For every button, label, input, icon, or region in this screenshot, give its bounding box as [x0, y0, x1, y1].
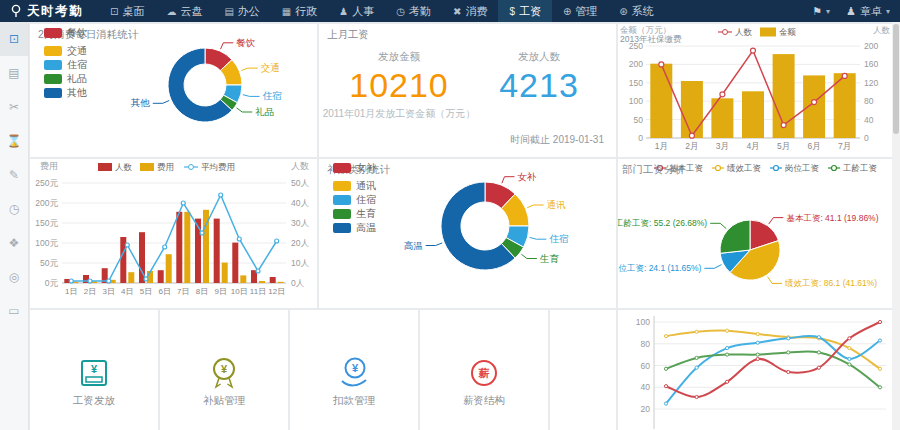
user-menu-button[interactable]: ♟ 章卓 ▾: [846, 4, 890, 19]
svg-text:12日: 12日: [268, 287, 285, 296]
app-logo[interactable]: 天时考勤: [0, 0, 99, 22]
user-name: 章卓: [860, 4, 882, 19]
dept-salary-pie-chart: 基本工资: 41.1 (19.86%)绩效工资: 86.1 (41.61%)岗位…: [618, 159, 892, 308]
svg-text:平均费用: 平均费用: [201, 162, 235, 172]
svg-text:60: 60: [641, 361, 651, 371]
svg-text:5月: 5月: [777, 141, 790, 151]
nav-item-office[interactable]: ▤办公: [213, 0, 270, 22]
amount-stat: 发放金额 10210 2011年01月发放工资金额（万元）: [319, 50, 479, 121]
svg-text:交通: 交通: [261, 62, 280, 73]
sidebar-item-clock[interactable]: ◷: [0, 192, 28, 226]
sidebar-item-hourglass[interactable]: ⌛: [0, 124, 28, 158]
legend-item[interactable]: 礼品: [44, 72, 87, 86]
svg-text:100: 100: [636, 317, 650, 327]
amount-caption: 2011年01月发放工资金额（万元）: [319, 107, 479, 121]
nav-item-desktop[interactable]: ⊡桌面: [99, 0, 155, 22]
svg-text:费用: 费用: [40, 161, 58, 171]
svg-text:¥: ¥: [91, 363, 98, 375]
legend-item[interactable]: 交通: [44, 44, 87, 58]
nav-item-label: 行政: [295, 4, 317, 19]
empty-card: [550, 310, 616, 430]
svg-text:费用: 费用: [157, 162, 174, 172]
medal-icon: ¥: [204, 354, 244, 392]
nav-item-cloud[interactable]: ☁云盘: [155, 0, 213, 22]
svg-text:7月: 7月: [838, 141, 851, 151]
nav-item-consume[interactable]: ✖消费: [442, 0, 498, 22]
svg-text:250元: 250元: [35, 178, 58, 188]
nav-item-system[interactable]: ⊛系统: [608, 0, 664, 22]
legend-label: 通讯: [356, 179, 376, 193]
nav-item-attendance[interactable]: ◷考勤: [385, 0, 442, 22]
svg-text:工龄工资: 工龄工资: [842, 163, 878, 173]
nav-item-hr[interactable]: ♟人事: [328, 0, 385, 22]
legend-label: 住宿: [356, 193, 376, 207]
logo-pin-icon: [10, 4, 22, 18]
scissors-icon: ✂: [9, 100, 19, 114]
nav-item-label: 办公: [238, 4, 260, 19]
svg-text:岗位工资: 24.1 (11.65%): 岗位工资: 24.1 (11.65%): [618, 263, 702, 273]
legend-item[interactable]: 住宿: [333, 193, 376, 207]
legend-item[interactable]: 其他: [44, 86, 87, 100]
svg-text:礼品: 礼品: [255, 106, 274, 117]
language-flag-button[interactable]: ⚑ ▾: [812, 5, 830, 18]
svg-text:150元: 150元: [35, 218, 58, 228]
dollar-icon: $: [509, 6, 515, 17]
desktop-icon: ⊡: [110, 6, 118, 17]
sidebar-item-archive[interactable]: ▤: [0, 56, 28, 90]
svg-text:100: 100: [629, 96, 643, 106]
legend-item[interactable]: 通讯: [333, 179, 376, 193]
nav-item-label: 云盘: [180, 4, 202, 19]
svg-text:¥: ¥: [221, 363, 228, 375]
chevron-down-icon: ▾: [886, 7, 890, 16]
count-value: 4213: [459, 66, 619, 104]
svg-text:住宿: 住宿: [549, 233, 569, 244]
dashboard-icon: ⊡: [9, 32, 19, 46]
legend-label: 交通: [67, 44, 87, 58]
svg-text:50元: 50元: [40, 258, 58, 268]
sidebar-item-dashboard[interactable]: ⊡: [0, 22, 28, 56]
legend-item[interactable]: 住宿: [44, 58, 87, 72]
svg-text:住宿: 住宿: [263, 90, 283, 101]
subsidy-card[interactable]: ¥补贴管理: [160, 310, 288, 430]
svg-text:2日: 2日: [84, 287, 96, 296]
structure-card[interactable]: 薪薪资结构: [420, 310, 548, 430]
svg-text:10人: 10人: [291, 258, 309, 268]
legend-label: 餐饮: [67, 26, 87, 40]
legend-item[interactable]: 餐饮: [44, 26, 87, 40]
deduction-card[interactable]: ¥扣款管理: [290, 310, 418, 430]
hand-coin-icon: ¥: [334, 354, 374, 392]
sidebar-item-tag[interactable]: ✎: [0, 158, 28, 192]
sidebar-item-basket[interactable]: ❖: [0, 226, 28, 260]
svg-text:通讯: 通讯: [547, 199, 567, 210]
legend-item[interactable]: 生育: [333, 207, 376, 221]
legend-item[interactable]: 女补: [333, 161, 376, 175]
svg-text:4日: 4日: [121, 287, 133, 296]
scrollbar-thumb[interactable]: [893, 24, 899, 134]
nav-item-admin[interactable]: ▦行政: [271, 0, 328, 22]
nav-item-label: 考勤: [409, 4, 431, 19]
nav-item-label: 工资: [519, 4, 541, 19]
sidebar-item-scissors[interactable]: ✂: [0, 90, 28, 124]
legend-swatch: [44, 60, 62, 70]
clock-icon: ◷: [396, 6, 405, 17]
salary-pay-card[interactable]: ¥工资发放: [30, 310, 158, 430]
scrollbar-track[interactable]: [892, 22, 900, 430]
legend-swatch: [333, 163, 351, 173]
nav-item-manage[interactable]: ⊕管理: [552, 0, 608, 22]
svg-text:1月: 1月: [655, 141, 668, 151]
panel-social-insurance: 050100150200250040801201602001月2月3月4月5月6…: [618, 24, 892, 157]
svg-text:绩效工资: 绩效工资: [726, 163, 762, 173]
svg-text:30人: 30人: [291, 218, 309, 228]
seal-icon: 薪: [464, 354, 504, 392]
legend-label: 生育: [356, 207, 376, 221]
svg-text:200: 200: [629, 59, 643, 69]
svg-text:50: 50: [634, 115, 644, 125]
legend-item[interactable]: 高温: [333, 221, 376, 235]
deadline-text: 时间截止 2019-01-31: [510, 133, 604, 147]
svg-text:0: 0: [638, 133, 643, 143]
sidebar-item-card[interactable]: ▭: [0, 294, 28, 328]
panel-subsidy: 补贴类别统计 女补通讯住宿生育高温 女补通讯住宿生育高温: [319, 159, 616, 308]
svg-text:人数: 人数: [873, 25, 891, 35]
nav-item-salary[interactable]: $工资: [498, 0, 552, 22]
sidebar-item-coin[interactable]: ◎: [0, 260, 28, 294]
